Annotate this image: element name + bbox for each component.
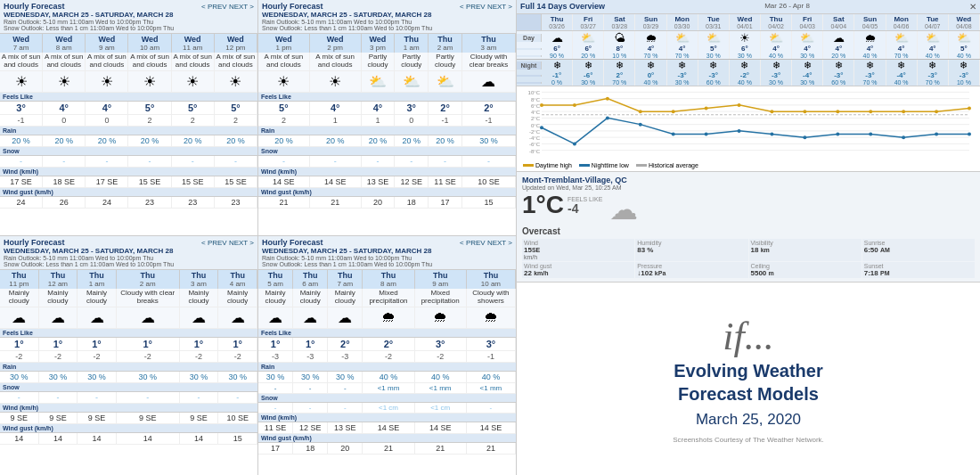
forecast-top-right: Hourly Forecast < PREV NEXT > WEDNESDAY,… <box>258 0 516 235</box>
wind-detail: Wind 15SE km/h <box>522 239 634 261</box>
svg-text:2°C: 2°C <box>531 116 541 121</box>
svg-point-22 <box>606 97 609 101</box>
overview-section: Full 14 Days Overview Mar 26 - Apr 8 ✕ T… <box>517 0 980 172</box>
forecast-sub-bl: WEDNESDAY, MARCH 25 - SATURDAY, MARCH 28 <box>4 247 254 255</box>
right-panel: Full 14 Days Overview Mar 26 - Apr 8 ✕ T… <box>517 0 980 475</box>
svg-text:6°C: 6°C <box>531 103 541 109</box>
current-info: Mont-Tremblant-Village, QC Updated on We… <box>522 176 975 278</box>
svg-text:-2°C: -2°C <box>529 129 541 135</box>
forecast-table-tr: Wed 1 pm Wed 2 pm Wed 3 pm Thu 1 am Thu … <box>258 34 516 209</box>
feels-like-val: -4 <box>568 202 602 215</box>
forecast-table-bl: Thu 11 pm Thu 12 am Thu 1 am Thu 2 am Th… <box>0 270 257 445</box>
svg-point-45 <box>902 135 905 139</box>
title-credit: Screenshots Courtesy of The Weather Netw… <box>673 436 824 444</box>
forecast-sub3-bl: Snow Outlook: Less than 1 cm 11:00am Wed… <box>4 261 254 267</box>
forecast-nav-tr[interactable]: < PREV NEXT > <box>460 3 512 11</box>
pressure-detail: Pressure ↓102 kPa <box>635 262 747 278</box>
forecast-sub2-bl: Rain Outlook: 5-10 mm 11:00am Wed to 10:… <box>4 255 254 261</box>
chart-svg: 10°C8°C6°C4°C2°C0°C-2°C-4°C-6°C-8°C <box>520 88 975 160</box>
main-container: Hourly Forecast < PREV NEXT > WEDNESDAY,… <box>0 0 980 475</box>
svg-point-34 <box>540 126 543 129</box>
forecast-nav-bl[interactable]: < PREV NEXT > <box>201 239 254 247</box>
svg-point-33 <box>968 107 971 111</box>
legend-day: Daytime high <box>523 162 572 168</box>
forecast-sub2-tl: Rain Outlook: 5-10 mm 11:00am Wed to 10:… <box>4 19 254 25</box>
left-panel: Hourly Forecast < PREV NEXT > WEDNESDAY,… <box>0 0 517 475</box>
svg-point-28 <box>803 110 806 113</box>
legend-night: Nighttime low <box>579 162 629 168</box>
svg-point-38 <box>672 133 675 136</box>
current-updated: Updated on Wed, Mar 25, 10:25 AM <box>522 184 975 191</box>
svg-point-30 <box>869 110 872 113</box>
forecast-header-tl: Hourly Forecast < PREV NEXT > WEDNESDAY,… <box>0 0 257 34</box>
svg-point-29 <box>836 110 839 113</box>
humidity-detail: Humidity 83 % <box>635 239 747 261</box>
svg-point-32 <box>935 110 938 113</box>
svg-point-21 <box>573 103 576 107</box>
sunrise-detail: Sunrise 6:50 AM <box>862 239 975 261</box>
forecast-table-br: Thu 5 am Thu 6 am Thu 7 am Thu 8 am Thu … <box>258 270 516 455</box>
ceiling-detail: Ceiling 5500 m <box>749 262 862 278</box>
forecast-nav-tl[interactable]: < PREV NEXT > <box>201 3 254 11</box>
forecast-sub3-tr: Snow Outlook: Less than 1 cm 11:00am Wed… <box>262 25 512 31</box>
svg-text:0°C: 0°C <box>531 123 541 128</box>
svg-point-25 <box>705 107 708 111</box>
svg-point-35 <box>573 142 576 145</box>
overview-title: Full 14 Days Overview <box>520 2 605 12</box>
forecast-header-tr: Hourly Forecast < PREV NEXT > WEDNESDAY,… <box>258 0 516 34</box>
svg-point-39 <box>705 133 708 136</box>
forecast-table-tl: Wed 7 am Wed 8 am Wed 9 am Wed 10 am Wed… <box>0 34 257 209</box>
if-text: if... <box>723 314 773 359</box>
forecast-sub-tr: WEDNESDAY, MARCH 25 - SATURDAY, MARCH 28 <box>262 11 512 19</box>
svg-point-27 <box>770 110 773 113</box>
svg-point-42 <box>803 135 806 139</box>
forecast-nav-br[interactable]: < PREV NEXT > <box>460 239 512 247</box>
temperature-chart: 10°C8°C6°C4°C2°C0°C-2°C-4°C-6°C-8°C Dayt… <box>517 86 980 171</box>
svg-point-47 <box>968 133 971 136</box>
current-temp: 1°C <box>522 192 564 217</box>
svg-point-41 <box>770 133 773 136</box>
title-section: if... Evolving WeatherForecast Models Ma… <box>517 283 980 475</box>
forecast-header-br: Hourly Forecast < PREV NEXT > WEDNESDAY,… <box>258 236 516 270</box>
current-description: Overcast <box>522 226 975 236</box>
title-date: March 25, 2020 <box>696 411 801 429</box>
forecast-bottom-left: Hourly Forecast < PREV NEXT > WEDNESDAY,… <box>0 236 258 475</box>
svg-text:10°C: 10°C <box>528 90 541 95</box>
close-btn[interactable]: ✕ <box>969 2 976 12</box>
forecast-bottom-right: Hourly Forecast < PREV NEXT > WEDNESDAY,… <box>258 236 516 475</box>
svg-point-40 <box>738 129 741 133</box>
svg-point-44 <box>869 133 872 136</box>
svg-text:8°C: 8°C <box>531 97 541 102</box>
svg-text:-4°C: -4°C <box>529 135 541 141</box>
legend-avg: Historical average <box>636 162 698 168</box>
forecast-title-bl: Hourly Forecast <box>4 238 65 247</box>
svg-point-20 <box>540 103 543 107</box>
current-cloud-icon: ☁ <box>609 192 638 226</box>
svg-point-43 <box>836 133 839 136</box>
svg-text:4°C: 4°C <box>531 110 541 115</box>
forecast-top-left: Hourly Forecast < PREV NEXT > WEDNESDAY,… <box>0 0 258 235</box>
windgust-detail: Wind gust 22 km/h <box>522 262 634 278</box>
current-conditions: Mont-Tremblant-Village, QC Updated on We… <box>517 172 980 283</box>
svg-point-46 <box>935 133 938 136</box>
main-title: Evolving WeatherForecast Models <box>674 359 822 405</box>
svg-point-37 <box>639 123 642 127</box>
sunset-detail: Sunset 7:18 PM <box>862 262 975 278</box>
forecast-sub-br: WEDNESDAY, MARCH 25 - SATURDAY, MARCH 28 <box>262 247 512 255</box>
forecast-sub-tl: WEDNESDAY, MARCH 25 - SATURDAY, MARCH 28 <box>4 11 254 19</box>
forecast-sub3-tl: Snow Outlook: Less than 1 cm 11:00am Wed… <box>4 25 254 31</box>
forecast-title-tl: Hourly Forecast <box>4 2 65 11</box>
overview-days-header: Thu 03/26 Fri 03/27 Sat 03/28 Sun 03/29 … <box>517 14 980 31</box>
forecast-sub2-tr: Rain Outlook: 5-10 mm 11:00am Wed to 10:… <box>262 19 512 25</box>
svg-point-23 <box>639 110 642 113</box>
forecast-title-tr: Hourly Forecast <box>262 2 323 11</box>
visibility-detail: Visibility 18 km <box>749 239 862 261</box>
svg-point-26 <box>738 103 741 107</box>
svg-point-36 <box>606 116 609 119</box>
current-location: Mont-Tremblant-Village, QC <box>522 176 975 184</box>
overview-dates: Mar 26 - Apr 8 <box>764 2 810 12</box>
svg-text:-6°C: -6°C <box>529 142 541 147</box>
svg-text:-8°C: -8°C <box>529 149 541 154</box>
svg-point-24 <box>672 110 675 113</box>
forecast-sub3-br: Snow Outlook: Less than 1 cm 11:00am Wed… <box>262 261 512 267</box>
